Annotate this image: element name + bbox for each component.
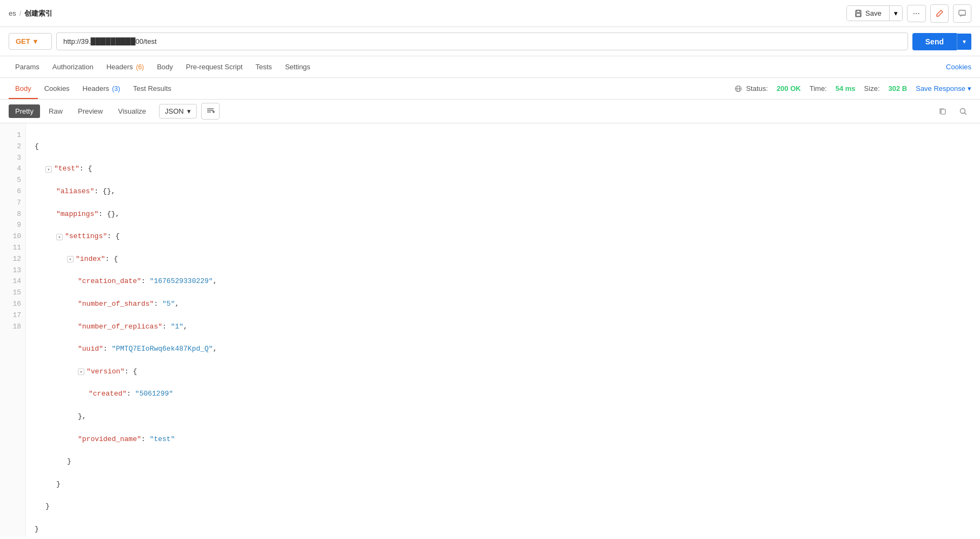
svg-rect-2 [856,14,860,16]
status-label: Status: [746,84,767,93]
collapse-2[interactable]: ▾ [45,166,52,173]
code-line-6: ▾"index": { [35,254,971,265]
save-button-group: Save ▾ [846,5,903,21]
format-bar: Pretty Raw Preview Visualize JSON ▾ [0,100,980,123]
tab-tests[interactable]: Tests [249,57,279,77]
headers-badge: (6) [136,63,144,71]
json-content: { ▾"test": { "aliases": {}, "mappings": … [26,123,980,537]
wrap-icon [206,106,215,115]
code-line-17: } [35,501,971,512]
code-line-16: } [35,479,971,490]
tab-body[interactable]: Body [150,57,180,77]
format-select[interactable]: JSON ▾ [159,104,197,119]
format-tab-preview[interactable]: Preview [71,104,109,118]
format-bar-right [935,103,971,120]
save-response-button[interactable]: Save Response ▾ [916,84,971,93]
line-numbers: 12345 678910 1112131415 161718 [0,123,26,537]
save-dropdown-arrow[interactable]: ▾ [889,6,902,21]
search-button[interactable] [955,103,971,120]
collapse-5[interactable]: ▾ [56,234,63,240]
resp-headers-badge: (3) [112,85,120,93]
svg-line-12 [965,113,966,114]
time-label: Time: [810,84,827,93]
edit-icon-button[interactable] [930,4,949,23]
url-input[interactable] [56,32,908,50]
breadcrumb-separator: / [19,9,22,17]
tab-pre-request-script[interactable]: Pre-request Script [180,57,249,77]
code-line-4: "mappings": {}, [35,209,971,220]
svg-rect-3 [959,10,965,15]
search-icon [959,107,968,116]
breadcrumb: es / 创建索引 [9,9,52,18]
send-dropdown-arrow[interactable]: ▾ [957,34,971,50]
code-area: 12345 678910 1112131415 161718 { ▾"test"… [0,123,980,537]
resp-tab-test-results[interactable]: Test Results [127,79,178,99]
svg-rect-10 [941,109,945,114]
code-line-2: ▾"test": { [35,163,971,175]
code-line-7: "creation_date": "1676529330229", [35,276,971,287]
resp-tab-cookies[interactable]: Cookies [38,79,76,99]
more-options-button[interactable]: ··· [907,5,926,22]
code-line-14: "provided_name": "test" [35,434,971,445]
code-line-11: ▾"version": { [35,366,971,378]
code-line-18: } [35,524,971,535]
method-select[interactable]: GET ▾ [9,33,52,50]
save-icon [855,10,862,17]
globe-icon [734,85,742,93]
comment-icon-button[interactable] [953,4,971,23]
format-arrow: ▾ [187,107,191,115]
request-tabs: Params Authorization Headers (6) Body Pr… [0,56,980,78]
wrap-button[interactable] [201,103,220,120]
url-bar: GET ▾ Send ▾ [0,27,980,56]
copy-button[interactable] [935,103,951,120]
tab-params[interactable]: Params [9,57,46,77]
format-value: JSON [165,107,184,115]
cookies-link[interactable]: Cookies [946,63,971,71]
size-value: 302 B [889,84,908,93]
code-line-3: "aliases": {}, [35,186,971,198]
save-button[interactable]: Save [847,6,889,21]
size-label: Size: [864,84,880,93]
format-tab-raw[interactable]: Raw [42,104,69,118]
send-button[interactable]: Send [912,33,957,50]
svg-rect-1 [857,10,860,12]
resp-tab-headers[interactable]: Headers (3) [76,79,127,99]
status-value: 200 OK [777,84,801,93]
collapse-11[interactable]: ▾ [78,369,84,375]
url-input-wrap [56,32,908,50]
method-arrow: ▾ [34,37,37,45]
method-label: GET [16,37,30,45]
time-value: 54 ms [836,84,856,93]
code-line-15: } [35,456,971,468]
resp-tab-body[interactable]: Body [9,79,38,99]
save-response-arrow: ▾ [968,84,971,93]
tab-authorization[interactable]: Authorization [46,57,100,77]
code-line-9: "number_of_replicas": "1", [35,321,971,333]
code-line-10: "uuid": "PMTQ7EIoRwq6ek487Kpd_Q", [35,344,971,355]
code-line-12: "created": "5061299" [35,389,971,400]
top-bar-actions: Save ▾ ··· [846,4,971,23]
tab-settings[interactable]: Settings [279,57,317,77]
format-tab-pretty[interactable]: Pretty [9,104,40,118]
format-tab-visualize[interactable]: Visualize [111,104,153,118]
breadcrumb-title: 创建索引 [24,9,52,18]
response-status: Status: 200 OK Time: 54 ms Size: 302 B S… [734,84,971,93]
breadcrumb-prefix: es [9,9,16,17]
code-line-13: }, [35,411,971,423]
comment-icon [958,9,966,18]
copy-icon [938,107,947,116]
code-line-5: ▾"settings": { [35,231,971,242]
send-button-group: Send ▾ [912,33,971,50]
save-label: Save [865,9,882,17]
pencil-icon [935,9,944,18]
code-line-8: "number_of_shards": "5", [35,299,971,310]
top-bar: es / 创建索引 Save ▾ ··· [0,0,980,27]
collapse-6[interactable]: ▾ [67,256,74,262]
response-tabs: Body Cookies Headers (3) Test Results St… [0,78,980,100]
code-line-1: { [35,141,971,153]
tab-headers[interactable]: Headers (6) [100,57,150,77]
